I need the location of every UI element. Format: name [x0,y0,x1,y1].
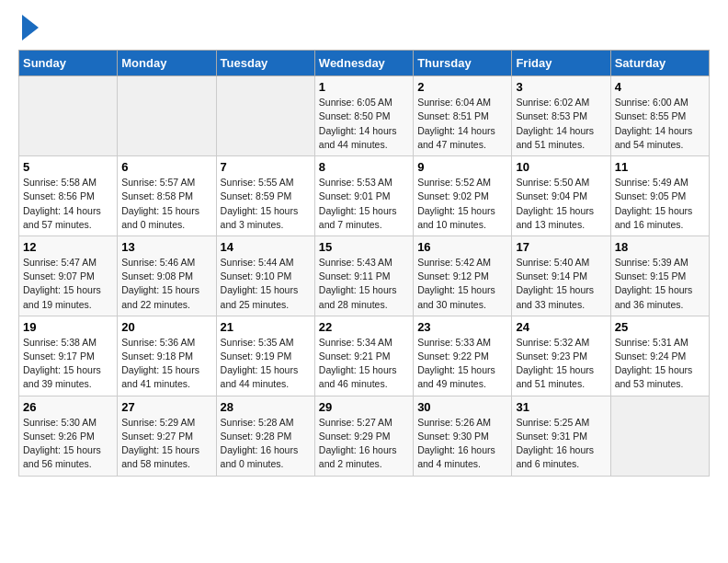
calendar-cell: 26Sunrise: 5:30 AMSunset: 9:26 PMDayligh… [19,396,118,476]
calendar-week-3: 12Sunrise: 5:47 AMSunset: 9:07 PMDayligh… [19,236,710,316]
calendar-cell: 25Sunrise: 5:31 AMSunset: 9:24 PMDayligh… [610,316,709,396]
day-number: 7 [221,160,311,174]
day-info: Sunrise: 5:30 AMSunset: 9:26 PMDaylight:… [23,416,113,472]
day-info: Sunrise: 5:27 AMSunset: 9:29 PMDaylight:… [319,416,409,472]
day-number: 25 [615,320,705,334]
calendar-cell: 30Sunrise: 5:26 AMSunset: 9:30 PMDayligh… [414,396,512,476]
day-info: Sunrise: 5:31 AMSunset: 9:24 PMDaylight:… [615,336,705,392]
page-header [18,18,710,40]
day-info: Sunrise: 5:35 AMSunset: 9:19 PMDaylight:… [221,336,311,392]
calendar-cell: 15Sunrise: 5:43 AMSunset: 9:11 PMDayligh… [314,236,413,316]
header-sunday: Sunday [19,51,118,76]
calendar-cell: 9Sunrise: 5:52 AMSunset: 9:02 PMDaylight… [414,156,512,236]
day-number: 18 [615,240,705,254]
day-info: Sunrise: 6:05 AMSunset: 8:50 PMDaylight:… [319,96,409,152]
calendar-cell: 7Sunrise: 5:55 AMSunset: 8:59 PMDaylight… [216,156,314,236]
day-number: 16 [417,240,507,254]
day-info: Sunrise: 5:29 AMSunset: 9:27 PMDaylight:… [121,416,211,472]
day-info: Sunrise: 5:36 AMSunset: 9:18 PMDaylight:… [121,336,211,392]
calendar-week-4: 19Sunrise: 5:38 AMSunset: 9:17 PMDayligh… [19,316,710,396]
header-wednesday: Wednesday [314,51,413,76]
calendar-cell: 22Sunrise: 5:34 AMSunset: 9:21 PMDayligh… [314,316,413,396]
day-info: Sunrise: 5:50 AMSunset: 9:04 PMDaylight:… [516,176,606,232]
calendar-cell: 3Sunrise: 6:02 AMSunset: 8:53 PMDaylight… [512,76,610,156]
calendar-cell: 14Sunrise: 5:44 AMSunset: 9:10 PMDayligh… [216,236,314,316]
day-info: Sunrise: 5:42 AMSunset: 9:12 PMDaylight:… [417,256,507,312]
day-number: 15 [319,240,409,254]
day-number: 31 [516,400,606,414]
day-number: 14 [221,240,311,254]
calendar-cell: 12Sunrise: 5:47 AMSunset: 9:07 PMDayligh… [19,236,118,316]
day-info: Sunrise: 5:46 AMSunset: 9:08 PMDaylight:… [121,256,211,312]
day-info: Sunrise: 5:52 AMSunset: 9:02 PMDaylight:… [417,176,507,232]
day-number: 27 [121,400,211,414]
day-info: Sunrise: 5:33 AMSunset: 9:22 PMDaylight:… [417,336,507,392]
calendar-cell: 28Sunrise: 5:28 AMSunset: 9:28 PMDayligh… [216,396,314,476]
day-info: Sunrise: 5:53 AMSunset: 9:01 PMDaylight:… [319,176,409,232]
calendar-cell: 8Sunrise: 5:53 AMSunset: 9:01 PMDaylight… [314,156,413,236]
calendar-cell: 16Sunrise: 5:42 AMSunset: 9:12 PMDayligh… [414,236,512,316]
logo [18,18,39,40]
calendar-cell: 1Sunrise: 6:05 AMSunset: 8:50 PMDaylight… [314,76,413,156]
calendar-cell: 4Sunrise: 6:00 AMSunset: 8:55 PMDaylight… [610,76,709,156]
calendar-cell: 17Sunrise: 5:40 AMSunset: 9:14 PMDayligh… [512,236,610,316]
day-info: Sunrise: 5:34 AMSunset: 9:21 PMDaylight:… [319,336,409,392]
logo-arrow-icon [22,15,39,40]
day-number: 29 [319,400,409,414]
day-number: 3 [516,80,606,94]
day-info: Sunrise: 5:39 AMSunset: 9:15 PMDaylight:… [615,256,705,312]
day-number: 21 [221,320,311,334]
day-number: 5 [23,160,113,174]
calendar-cell: 13Sunrise: 5:46 AMSunset: 9:08 PMDayligh… [118,236,216,316]
day-number: 1 [319,80,409,94]
day-number: 28 [221,400,311,414]
day-number: 26 [23,400,113,414]
header-tuesday: Tuesday [216,51,314,76]
calendar-cell: 23Sunrise: 5:33 AMSunset: 9:22 PMDayligh… [414,316,512,396]
calendar-cell: 27Sunrise: 5:29 AMSunset: 9:27 PMDayligh… [118,396,216,476]
calendar-week-2: 5Sunrise: 5:58 AMSunset: 8:56 PMDaylight… [19,156,710,236]
day-info: Sunrise: 5:40 AMSunset: 9:14 PMDaylight:… [516,256,606,312]
calendar-cell: 31Sunrise: 5:25 AMSunset: 9:31 PMDayligh… [512,396,610,476]
day-info: Sunrise: 5:55 AMSunset: 8:59 PMDaylight:… [221,176,311,232]
day-number: 13 [121,240,211,254]
day-number: 24 [516,320,606,334]
day-number: 17 [516,240,606,254]
header-saturday: Saturday [610,51,709,76]
calendar-week-5: 26Sunrise: 5:30 AMSunset: 9:26 PMDayligh… [19,396,710,476]
day-number: 10 [516,160,606,174]
calendar-cell: 21Sunrise: 5:35 AMSunset: 9:19 PMDayligh… [216,316,314,396]
day-number: 30 [417,400,507,414]
calendar-cell: 24Sunrise: 5:32 AMSunset: 9:23 PMDayligh… [512,316,610,396]
calendar-cell: 20Sunrise: 5:36 AMSunset: 9:18 PMDayligh… [118,316,216,396]
day-info: Sunrise: 5:28 AMSunset: 9:28 PMDaylight:… [221,416,311,472]
calendar-table: SundayMondayTuesdayWednesdayThursdayFrid… [18,50,710,476]
calendar-cell [19,76,118,156]
day-info: Sunrise: 5:47 AMSunset: 9:07 PMDaylight:… [23,256,113,312]
calendar-cell: 2Sunrise: 6:04 AMSunset: 8:51 PMDaylight… [414,76,512,156]
header-friday: Friday [512,51,610,76]
day-number: 6 [121,160,211,174]
calendar-cell [118,76,216,156]
calendar-cell: 10Sunrise: 5:50 AMSunset: 9:04 PMDayligh… [512,156,610,236]
day-number: 20 [121,320,211,334]
calendar-cell: 11Sunrise: 5:49 AMSunset: 9:05 PMDayligh… [610,156,709,236]
header-monday: Monday [118,51,216,76]
day-info: Sunrise: 5:25 AMSunset: 9:31 PMDaylight:… [516,416,606,472]
day-info: Sunrise: 5:38 AMSunset: 9:17 PMDaylight:… [23,336,113,392]
day-info: Sunrise: 5:44 AMSunset: 9:10 PMDaylight:… [221,256,311,312]
calendar-cell: 18Sunrise: 5:39 AMSunset: 9:15 PMDayligh… [610,236,709,316]
day-info: Sunrise: 6:04 AMSunset: 8:51 PMDaylight:… [417,96,507,152]
day-info: Sunrise: 5:32 AMSunset: 9:23 PMDaylight:… [516,336,606,392]
day-number: 11 [615,160,705,174]
day-info: Sunrise: 5:49 AMSunset: 9:05 PMDaylight:… [615,176,705,232]
day-number: 22 [319,320,409,334]
calendar-cell [610,396,709,476]
day-number: 8 [319,160,409,174]
day-info: Sunrise: 5:57 AMSunset: 8:58 PMDaylight:… [121,176,211,232]
calendar-cell: 5Sunrise: 5:58 AMSunset: 8:56 PMDaylight… [19,156,118,236]
day-number: 9 [417,160,507,174]
calendar-header-row: SundayMondayTuesdayWednesdayThursdayFrid… [19,51,710,76]
day-info: Sunrise: 5:43 AMSunset: 9:11 PMDaylight:… [319,256,409,312]
day-number: 19 [23,320,113,334]
